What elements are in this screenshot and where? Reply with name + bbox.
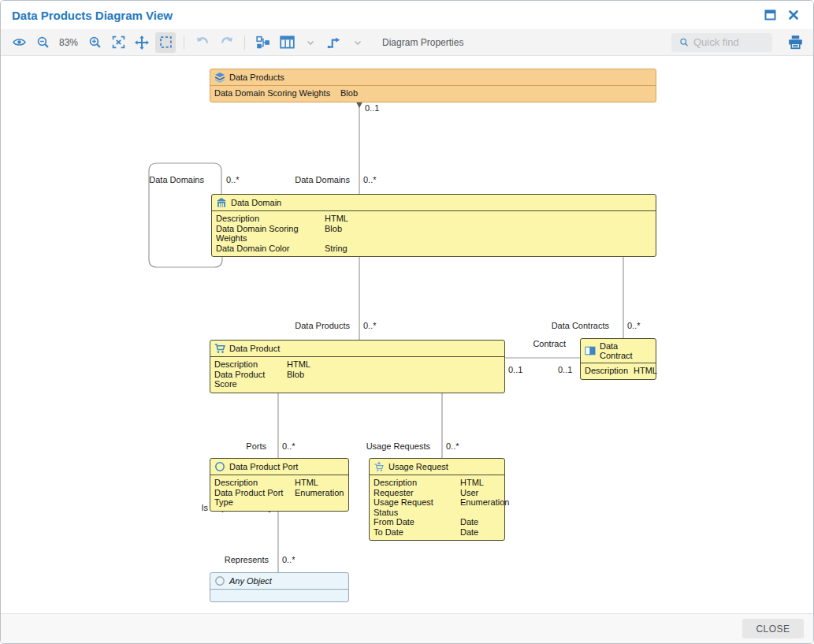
connector-role-label: Contract bbox=[517, 339, 566, 348]
multiplicity-label: 0..1 bbox=[558, 365, 572, 374]
attr-row: DescriptionHTML bbox=[214, 478, 344, 488]
attr-row: DescriptionHTML bbox=[214, 359, 500, 370]
auto-layout-icon[interactable] bbox=[253, 32, 273, 53]
multiplicity-label: 0..* bbox=[282, 555, 295, 564]
attr-row: Data Domain ColorString bbox=[216, 244, 652, 254]
redo-icon[interactable] bbox=[216, 32, 236, 53]
multiplicity-label: 0..* bbox=[363, 321, 377, 330]
entity-header: Any Object bbox=[210, 573, 348, 590]
entity-header: Data Product bbox=[210, 341, 504, 357]
port-circle-icon bbox=[214, 461, 225, 472]
chevron-down-icon[interactable] bbox=[300, 32, 321, 53]
building-icon bbox=[216, 197, 227, 208]
attr-row: Data Product ScoreBlob bbox=[214, 370, 500, 389]
entity-any-object[interactable]: Any Object bbox=[210, 572, 349, 602]
entity-header: Data Contract bbox=[581, 339, 656, 363]
print-icon[interactable] bbox=[785, 32, 805, 53]
zoom-out-icon[interactable] bbox=[32, 32, 53, 53]
attr-row: Data Product Port TypeEnumeration bbox=[214, 488, 344, 508]
entity-title: Data Product Port bbox=[229, 462, 298, 471]
attribute-list: DescriptionHTML bbox=[581, 363, 656, 379]
pan-icon[interactable] bbox=[132, 32, 152, 53]
entity-title: Data Contract bbox=[600, 341, 652, 360]
connector-role-label: Data Domains bbox=[281, 175, 350, 184]
entity-title: Data Product bbox=[229, 344, 280, 353]
diagram-canvas[interactable]: 0..1 Data Domains 0..* Data Domains 0..*… bbox=[1, 56, 814, 615]
zoom-level: 83% bbox=[56, 37, 81, 48]
entity-header: Data Domain bbox=[212, 195, 656, 211]
table-view-icon[interactable] bbox=[277, 32, 297, 53]
entity-data-product-port[interactable]: Data Product Port DescriptionHTML Data P… bbox=[210, 458, 349, 512]
attr-row: DescriptionHTML bbox=[216, 214, 652, 224]
entity-title: Any Object bbox=[229, 576, 272, 586]
attribute-list: DescriptionHTML Data Product ScoreBlob bbox=[210, 357, 504, 393]
attr-row: From DateDate bbox=[374, 517, 500, 527]
undo-icon[interactable] bbox=[192, 32, 213, 53]
entity-header: Data Products bbox=[210, 69, 656, 86]
entity-header: Usage Request bbox=[370, 459, 504, 475]
attr-row: RequesterUser bbox=[374, 488, 500, 498]
attr-row: DescriptionHTML bbox=[374, 478, 500, 488]
attribute-list: Data Domain Scoring WeightsBlob bbox=[210, 86, 656, 102]
attr-row: DescriptionHTML bbox=[585, 366, 652, 376]
usage-cart-icon bbox=[374, 461, 385, 472]
entity-usage-request[interactable]: Usage Request DescriptionHTML RequesterU… bbox=[369, 458, 505, 541]
connector-role-label: Usage Requests bbox=[355, 441, 430, 451]
quick-find-input[interactable] bbox=[693, 36, 764, 48]
diagram-properties-label[interactable]: Diagram Properties bbox=[382, 37, 463, 48]
entity-data-products[interactable]: Data Products Data Domain Scoring Weight… bbox=[210, 69, 656, 102]
diagram-toolbar: 83% bbox=[1, 29, 813, 56]
book-icon bbox=[585, 345, 596, 356]
cart-icon bbox=[214, 343, 225, 354]
multiplicity-label: 0..1 bbox=[365, 103, 379, 113]
entity-data-contract[interactable]: Data Contract DescriptionHTML bbox=[580, 338, 656, 380]
connector-role-label: Data Domains bbox=[135, 175, 204, 184]
circle-icon bbox=[214, 575, 225, 586]
multiplicity-label: 0..* bbox=[363, 175, 377, 184]
connector-role-label: Data Contracts bbox=[537, 321, 609, 330]
close-icon[interactable] bbox=[785, 6, 802, 24]
connector-role-label: Data Products bbox=[281, 321, 350, 330]
chevron-down-icon[interactable] bbox=[348, 32, 368, 53]
attribute-list: DescriptionHTML Data Product Port TypeEn… bbox=[210, 475, 348, 511]
entity-title: Data Domain bbox=[231, 198, 281, 207]
entity-title: Usage Request bbox=[388, 462, 448, 471]
footer-bar: CLOSE bbox=[1, 613, 813, 643]
attr-row: Data Domain Scoring WeightsBlob bbox=[214, 88, 652, 99]
close-button[interactable]: CLOSE bbox=[742, 619, 804, 638]
attribute-list bbox=[210, 590, 348, 601]
multiplicity-label: 0..* bbox=[282, 441, 295, 451]
page-title: Data Products Diagram View bbox=[12, 9, 173, 22]
entity-header: Data Product Port bbox=[210, 459, 348, 475]
connector-role-label: Ports bbox=[229, 441, 266, 451]
attr-row: Data Domain Scoring WeightsBlob bbox=[216, 224, 652, 244]
attribute-list: DescriptionHTML Data Domain Scoring Weig… bbox=[212, 211, 656, 256]
attribute-list: DescriptionHTML RequesterUser Usage Requ… bbox=[370, 475, 504, 540]
diagram-view-window: Data Products Diagram View 83% bbox=[0, 0, 814, 644]
connector-style-icon[interactable] bbox=[324, 32, 344, 53]
title-bar: Data Products Diagram View bbox=[1, 1, 813, 29]
multiplicity-label: 0..1 bbox=[508, 365, 522, 374]
quick-find-box[interactable] bbox=[671, 33, 772, 52]
layers-icon bbox=[214, 72, 225, 83]
multiplicity-label: 0..* bbox=[627, 321, 641, 330]
maximize-icon[interactable] bbox=[761, 6, 779, 24]
marquee-select-icon[interactable] bbox=[155, 32, 176, 53]
multiplicity-label: 0..* bbox=[226, 175, 240, 184]
fit-to-screen-icon[interactable] bbox=[108, 32, 128, 53]
search-icon bbox=[679, 36, 689, 48]
connector-role-label: Represents bbox=[207, 555, 269, 564]
multiplicity-label: 0..* bbox=[446, 441, 459, 451]
entity-title: Data Products bbox=[229, 73, 284, 82]
eye-icon[interactable] bbox=[9, 32, 29, 53]
attr-row: To DateDate bbox=[374, 527, 500, 538]
zoom-in-icon[interactable] bbox=[84, 32, 105, 53]
entity-data-product[interactable]: Data Product DescriptionHTML Data Produc… bbox=[210, 340, 505, 393]
entity-data-domain[interactable]: Data Domain DescriptionHTML Data Domain … bbox=[211, 194, 656, 257]
attr-row: Usage Request StatusEnumeration bbox=[374, 497, 500, 517]
